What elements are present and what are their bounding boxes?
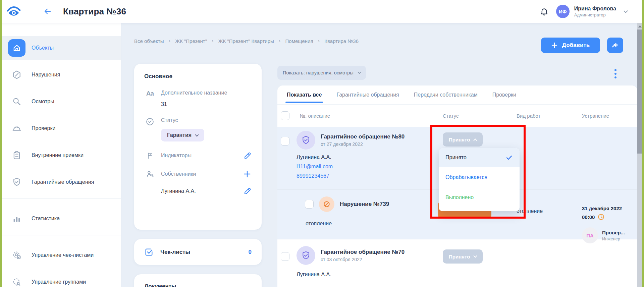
dropdown-option-accepted[interactable]: Принято: [439, 148, 520, 167]
breadcrumb-item[interactable]: ЖК "Презент": [175, 38, 207, 44]
status-pill-label: Принято: [449, 254, 470, 260]
sidebar-item-group-management[interactable]: Управление группами: [0, 270, 121, 287]
breadcrumb: Все объекты › ЖК "Презент" › ЖК "Презент…: [134, 38, 359, 44]
sidebar-item-violations[interactable]: Нарушения: [0, 63, 121, 87]
sidebar-item-label: Внутренние приемки: [32, 152, 84, 158]
sidebar-item-label: Осмотры: [32, 99, 54, 105]
dropdown-option-label: Принято: [445, 155, 467, 161]
field-label: Статус: [161, 117, 252, 123]
sidebar-divider: [0, 235, 121, 235]
sidebar-item-objects[interactable]: Объекты: [0, 36, 121, 60]
clipboard-icon: [8, 150, 25, 160]
info-card-title: Основное: [144, 73, 252, 80]
chevron-down-icon: [195, 133, 199, 136]
user-menu[interactable]: ИФ Ирина Фролова Администратор: [556, 5, 627, 18]
edit-owner-pencil-icon[interactable]: [244, 187, 252, 195]
column-header-description: №, описание: [296, 113, 443, 119]
assignee: ПА Провер... Инженер: [582, 227, 637, 243]
sidebar-item-label: Объекты: [32, 45, 54, 51]
row-checkbox[interactable]: [281, 137, 289, 146]
tab-checks[interactable]: Проверки: [492, 85, 516, 104]
work-type-value: отопление: [517, 196, 582, 243]
bar-chart-icon: [8, 214, 25, 224]
record-phone-link[interactable]: 89991234567: [297, 173, 443, 179]
assignee-name: Провер...: [602, 230, 625, 235]
column-header-work-type: Вид работ: [517, 113, 582, 119]
show-filter-label: Показать: нарушения, осмотры: [283, 70, 354, 75]
notifications-bell-icon[interactable]: [540, 7, 549, 16]
status-pill-open[interactable]: Принято: [443, 132, 483, 147]
app-header: Квартира №36 ИФ Ирина Фролова Администра…: [0, 0, 644, 23]
chevron-down-icon: [624, 9, 628, 13]
breadcrumb-separator: ›: [169, 38, 171, 44]
tab-owner-handover[interactable]: Передачи собственникам: [414, 85, 478, 104]
share-button[interactable]: [607, 38, 623, 53]
text-field-icon: Aa: [146, 90, 154, 97]
app-logo-eye-icon[interactable]: [6, 5, 22, 18]
additional-name-value: 31: [161, 101, 252, 107]
more-options-kebab-menu[interactable]: [613, 68, 618, 80]
checklists-count: 0: [249, 249, 252, 255]
dropdown-option-processing[interactable]: Обрабатывается: [439, 167, 520, 188]
row-checkbox[interactable]: [305, 200, 314, 209]
breadcrumb-item-current: Квартира №36: [324, 38, 359, 44]
home-icon: [8, 39, 25, 57]
record-title[interactable]: Гарантийное обращение №80: [321, 133, 405, 140]
record-owner: Лугинина А.А.: [297, 272, 443, 278]
breadcrumb-item[interactable]: Помещения: [285, 38, 313, 44]
table-header-row: №, описание Статус Вид работ Устранение: [277, 105, 637, 127]
add-owner-plus-icon[interactable]: [243, 170, 252, 178]
window-edge-right: [642, 0, 644, 287]
field-additional-name: Aa Дополнительное название 31: [144, 90, 252, 107]
breadcrumb-item[interactable]: ЖК "Презент" Квартиры: [218, 38, 274, 44]
status-pill-label: Принято: [449, 137, 470, 142]
tab-show-all[interactable]: Показать все: [287, 85, 322, 104]
scroll-up-arrow[interactable]: [638, 25, 642, 27]
owner-name: Лугинина А.А.: [161, 188, 241, 194]
search-icon: [8, 97, 25, 107]
flag-icon: [144, 152, 156, 160]
sidebar-item-checks[interactable]: Проверки: [0, 117, 121, 140]
window-edge-left: [0, 0, 2, 287]
sidebar-item-label: Гарантийные обращения: [32, 179, 94, 185]
edit-indicators-pencil-icon[interactable]: [244, 152, 252, 160]
select-all-checkbox[interactable]: [281, 111, 289, 120]
page-title: Квартира №36: [63, 6, 126, 17]
back-button[interactable]: [43, 7, 52, 15]
owner-row: Лугинина А.А.: [144, 187, 252, 195]
show-filter-dropdown[interactable]: Показать: нарушения, осмотры: [277, 66, 366, 80]
field-label: Индикаторы: [161, 153, 241, 159]
column-header-status: Статус: [443, 113, 517, 119]
sidebar-item-warranty-claims[interactable]: Гарантийные обращения: [0, 170, 121, 194]
breadcrumb-item[interactable]: Все объекты: [134, 38, 164, 44]
field-label: Собственники: [161, 171, 240, 177]
sidebar-item-checklist-management[interactable]: Управление чек-листами: [0, 243, 121, 267]
checklists-card[interactable]: Чек-листы 0: [134, 239, 262, 265]
record-title[interactable]: Нарушение №739: [340, 201, 389, 208]
sidebar: Объекты Нарушения Осмотры Проверки Внутр…: [0, 23, 121, 287]
record-email-link[interactable]: l111@mail.com: [297, 164, 443, 170]
chevron-down-icon: [358, 71, 361, 74]
table-row-warranty-70[interactable]: Гарантийное обращение №70 от 03 октября …: [277, 239, 637, 287]
record-title[interactable]: Гарантийное обращение №70: [321, 249, 405, 255]
tab-warranty-claims[interactable]: Гарантийные обращения: [336, 85, 399, 104]
field-label: Дополнительное название: [161, 90, 252, 96]
record-date: от 03 октября 2022: [321, 257, 405, 262]
status-pill-closed[interactable]: Принято: [443, 249, 483, 264]
field-indicators: Индикаторы: [144, 152, 252, 160]
scrollbar-thumb[interactable]: [637, 30, 642, 154]
vertical-scrollbar[interactable]: [637, 23, 642, 287]
add-button[interactable]: Добавить: [541, 38, 600, 53]
warranty-shield-icon: [297, 131, 315, 150]
sidebar-item-statistics[interactable]: Статистика: [0, 207, 121, 230]
row-checkbox[interactable]: [281, 252, 289, 261]
sidebar-item-internal-acceptance[interactable]: Внутренние приемки: [0, 144, 121, 167]
object-status-value: Гарантия: [167, 132, 192, 138]
dropdown-option-done[interactable]: Выполнено: [439, 188, 520, 207]
sidebar-item-inspections[interactable]: Осмотры: [0, 90, 121, 113]
user-name: Ирина Фролова: [574, 6, 616, 12]
object-status-dropdown[interactable]: Гарантия: [161, 129, 204, 141]
sidebar-divider: [0, 198, 121, 199]
share-arrow-icon: [611, 41, 619, 49]
helmet-icon: [8, 123, 25, 133]
